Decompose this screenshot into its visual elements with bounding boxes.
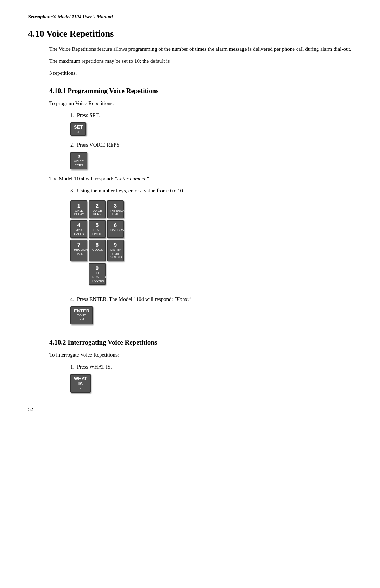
key-8: 8 CLOCK — [89, 240, 106, 261]
set-button-container: SET # — [70, 122, 352, 136]
voice-reps-button: 2 VOICE REPS — [70, 152, 87, 169]
what-is-button: WHAT IS * — [70, 374, 91, 393]
page-footer: 52 — [28, 407, 352, 413]
section-intro3: 3 repetitions. — [49, 69, 352, 77]
step-2: 2. Press VOICE REPS. 2 VOICE REPS — [70, 141, 352, 169]
set-button: SET # — [70, 122, 86, 136]
page-number: 52 — [28, 407, 33, 412]
key-5: 5 TEMP LIMITS — [89, 220, 106, 238]
section-intro2: The maximum repetitions may be set to 10… — [49, 57, 352, 65]
step-3: 3. Using the number keys, enter a value … — [70, 186, 352, 290]
key-2: 2 VOICE REPS — [89, 200, 106, 219]
subsection-1-intro: To program Voice Repetitions: — [49, 99, 352, 107]
key-4: 4 MAX CALLS — [70, 220, 87, 238]
numpad: 1 CALL DELAY 2 VOICE REPS 3 INTERCALL TI… — [70, 200, 124, 285]
page-header: Sensaphone® Model 1104 User's Manual — [28, 14, 352, 22]
enter-button-container: ENTER TONE PM — [70, 306, 352, 324]
subsection-2-title: 4.10.2 Interrogating Voice Repetitions — [49, 339, 352, 346]
section-intro1: The Voice Repetitions feature allows pro… — [49, 45, 352, 53]
key-9: 9 LISTEN TIME SOUND — [107, 240, 124, 261]
key-6: 6 CALIBRATE — [107, 220, 124, 238]
step-4: 4. Press ENTER. The Model 1104 will resp… — [70, 295, 352, 324]
step-1: 1. Press SET. SET # — [70, 111, 352, 136]
voice-reps-button-container: 2 VOICE REPS — [70, 152, 352, 169]
key-0: 0 ID NUMBER POWER — [89, 263, 106, 285]
key-7: 7 RECOGNITION TIME — [70, 240, 87, 261]
header-title: Sensaphone® Model 1104 User's Manual — [28, 14, 113, 19]
after-steps-text: The Model 1104 will respond: "Enter numb… — [49, 174, 352, 183]
subsection-1-title: 4.10.1 Programming Voice Repetitions — [49, 87, 352, 95]
key-1: 1 CALL DELAY — [70, 200, 87, 219]
subsection-2-intro: To interrogate Voice Repetitions: — [49, 351, 352, 359]
section-title: 4.10 Voice Repetitions — [28, 29, 352, 39]
step-whatis-1: 1. Press WHAT IS. WHAT IS * — [70, 363, 352, 393]
what-is-button-container: WHAT IS * — [70, 374, 352, 393]
enter-button: ENTER TONE PM — [70, 306, 93, 324]
key-3: 3 INTERCALL TIME — [107, 200, 124, 219]
